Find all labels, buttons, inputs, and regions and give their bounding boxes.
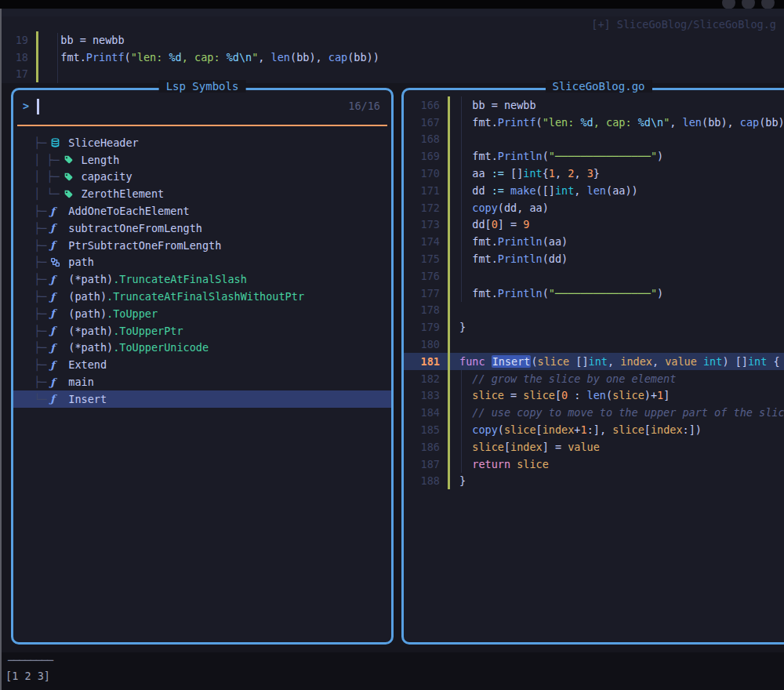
line-number: 174 [404,235,440,248]
code-token: } [459,474,466,487]
symbol-item[interactable]: ├─ƒ(path).TruncateAtFinalSlashWithoutPtr [13,288,391,305]
code-token: copy [472,423,498,436]
code-line[interactable]: 17 [2,66,784,83]
code-token: len [271,51,290,64]
symbol-item[interactable]: ├─ƒ(path).ToUpper [13,305,391,322]
git-change-sign [448,96,450,114]
code-token: )) [779,116,784,129]
code-token: len [587,389,606,401]
code-text: dd := make([]int, len(aa)) [459,184,638,197]
symbol-item[interactable]: └─ƒInsert [13,390,391,408]
git-change-sign [36,31,38,49]
code-token: "len: [543,116,581,129]
symbol-item[interactable]: ├─ƒ(*path).TruncateAtFinalSlash [13,271,391,288]
symbol-label: (*path).ToUpperPtr [68,325,183,337]
tabline [0,9,784,16]
code-line[interactable]: 180 [404,336,784,353]
code-token: , cap: [593,116,638,129]
code-token: fmt. [459,150,498,162]
code-token: ( [498,423,504,436]
symbol-item[interactable]: ├─path [13,254,391,271]
prompt-separator [17,125,387,126]
tree-guide: │ ├─ [34,154,60,166]
code-token: bb [354,51,366,64]
code-token: = [504,389,523,401]
symbol-item[interactable]: ├─SliceHeader [13,134,391,151]
code-token: " [651,287,657,300]
function-icon: ƒ [50,325,55,336]
code-token: bb [708,116,720,129]
code-token: return [472,458,510,470]
code-token: , [517,202,529,214]
symbol-item[interactable]: │ ├─capacity [13,169,391,186]
code-token: bb = newbb [48,34,125,46]
code-token: int [703,355,722,368]
line-number: 172 [404,202,440,214]
terminal-text: [1 2 3] [5,670,50,682]
code-token: cap [328,51,347,64]
code-line[interactable]: 179} [404,318,784,336]
code-token: %d [580,116,593,129]
code-token: ) [657,150,663,162]
symbol-label: capacity [82,170,132,183]
code-token: index [510,441,543,453]
search-prompt[interactable]: > 16/16 [13,98,391,118]
code-token: Println [498,235,543,248]
indent-guide [57,33,58,83]
code-token: copy [472,202,498,214]
code-token: ] [498,218,504,231]
code-token [510,458,517,470]
code-token: func [459,355,485,368]
symbol-item[interactable]: ├─ƒPtrSubtractOneFromLength [13,237,391,254]
code-token: ( [498,202,504,214]
symbol-item[interactable]: │ ├─Length [13,151,391,169]
symbol-item[interactable]: │ └─ZerothElement [13,185,391,202]
symbol-label: main [68,376,94,388]
symbol-label: subtractOneFromLength [68,222,202,234]
code-text: return slice [459,458,549,470]
code-token: make [510,184,536,197]
preview-window: SliceGoBlog.go 166 bb = newbb167 fmt.Pri… [401,88,784,645]
code-token [485,355,492,368]
symbol-item[interactable]: ├─ƒ(*path).ToUpperUnicode [13,340,391,357]
code-token: cap [740,116,759,129]
git-change-sign [448,353,450,370]
code-line[interactable]: 178 [404,302,784,319]
symbol-item[interactable]: ├─ƒ(*path).ToUpperPtr [13,322,391,340]
git-change-sign [448,421,450,438]
code-token: )) [367,51,379,64]
window-titlebar [0,0,784,9]
code-token: ) [] [722,355,748,368]
git-change-sign [448,165,450,182]
code-token: Println [498,252,543,265]
symbol-item[interactable]: ├─ƒAddOneToEachElement [13,202,391,220]
code-token: ( [543,252,549,265]
terminal-output: ──────── [1 2 3] [2,652,784,690]
symbol-item[interactable]: ├─ƒExtend [13,356,391,373]
code-token: fmt. [459,116,498,129]
code-token: slice [612,423,644,436]
code-line[interactable]: 19 bb = newbb [2,31,784,49]
code-token: = [504,218,523,231]
code-text: bb = newbb [48,34,125,46]
indent-guide [461,370,462,473]
git-change-sign [448,387,450,405]
code-line[interactable]: 18 fmt.Printf("len: %d, cap: %d\n", len(… [2,49,784,66]
editor-top-lines: 19 bb = newbb18 fmt.Printf("len: %d, cap… [2,31,784,82]
code-token: // grow the slice by one element [472,372,676,385]
git-change-sign [448,233,450,250]
code-line[interactable]: 181func Insert(slice []int, index, value… [404,353,784,370]
code-token: , cap: [182,51,227,64]
function-icon: ƒ [50,205,55,217]
code-token: bb [765,116,778,129]
symbol-label: (*path).ToUpperUnicode [68,341,209,354]
code-token: Printf [86,51,125,64]
code-token: : [683,423,689,436]
code-token: 1 [657,389,663,401]
line-number: 185 [404,423,440,436]
code-line[interactable]: 188} [404,473,784,490]
code-token: slice [459,389,504,401]
symbol-item[interactable]: ├─ƒsubtractOneFromLength [13,220,391,237]
git-change-sign [448,250,450,267]
symbol-item[interactable]: ├─ƒmain [13,373,391,390]
